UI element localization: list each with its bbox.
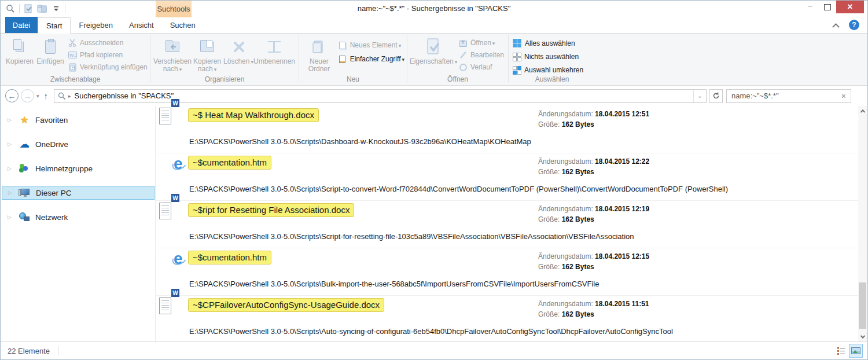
breadcrumb-arrow-icon[interactable]: ▸ xyxy=(68,93,71,99)
file-size: 162 Bytes xyxy=(562,120,594,128)
ribbon-group-select: Alles auswählen Nichts auswählen Auswahl… xyxy=(509,34,595,85)
close-button[interactable] xyxy=(836,1,864,13)
thumbnail-view-button[interactable] xyxy=(849,344,863,358)
history-button[interactable]: Verlauf xyxy=(458,63,504,72)
vertical-scrollbar[interactable] xyxy=(858,106,867,341)
breadcrumb[interactable]: Suchergebnisse in "SPACKS" xyxy=(75,91,174,100)
select-all-icon xyxy=(512,38,522,48)
expander-icon[interactable]: ▷ xyxy=(8,141,13,147)
sidebar-item-netzwerk[interactable]: ▷ Netzwerk xyxy=(2,210,155,224)
search-box: × xyxy=(726,89,851,103)
file-row[interactable]: W ~$ Heat Map Walkthrough.docx Änderungs… xyxy=(156,106,858,153)
new-item-icon xyxy=(338,41,347,50)
search-input[interactable] xyxy=(727,91,831,100)
properties-button[interactable]: Eigenschaften xyxy=(411,36,456,67)
ribbon: Kopieren Einfügen Ausschneiden W.. Pfad xyxy=(1,34,867,86)
file-name[interactable]: ~$ Heat Map Walkthrough.docx xyxy=(188,108,319,122)
copy-path-button[interactable]: W.. Pfad kopieren xyxy=(68,50,148,60)
copy-to-button[interactable]: Kopieren nach xyxy=(191,36,223,75)
recent-locations-icon[interactable]: ▾ xyxy=(36,93,39,99)
scroll-up-icon[interactable] xyxy=(858,106,867,116)
open-button[interactable]: Öffnen xyxy=(458,38,504,47)
address-bar-row: ← → ▾ ↑ ▸ Suchergebnisse in "SPACKS" ⌄ × xyxy=(1,86,867,106)
file-details: Änderungsdatum: 18.04.2015 12:15 Größe: … xyxy=(538,251,649,272)
collapse-ribbon-icon[interactable] xyxy=(832,21,840,29)
sidebar-item-favoriten[interactable]: ▷ Favoriten xyxy=(2,113,155,127)
status-bar: 22 Elemente xyxy=(1,341,867,359)
paste-shortcut-button[interactable]: Verknüpfung einfügen xyxy=(68,63,148,72)
file-row[interactable]: W ~$CPFailoverAutoConfigSync-UsageGuide.… xyxy=(156,296,858,343)
file-row[interactable]: e ~$cumentation.htm Änderungsdatum: 18.0… xyxy=(156,248,858,296)
sidebar-item-heimnetzgruppe[interactable]: ▷ Heimnetzgruppe xyxy=(2,161,155,175)
refresh-button[interactable] xyxy=(709,89,723,103)
file-date: 18.04.2015 11:51 xyxy=(595,300,649,308)
scissors-icon xyxy=(68,38,77,47)
ribbon-group-organize: Verschieben nach Kopieren nach Löschen U… xyxy=(150,34,299,85)
file-name[interactable]: ~$ript for Resetting File Association.do… xyxy=(188,203,354,217)
select-none-button[interactable]: Nichts auswählen xyxy=(512,52,579,61)
copy-icon xyxy=(10,37,30,57)
scrollbar-thumb[interactable] xyxy=(859,282,866,329)
contextual-tab-suchtools[interactable]: Suchtools xyxy=(156,1,192,17)
sidebar-item-dieser-pc[interactable]: ▷ Dieser PC xyxy=(2,186,155,200)
copy-button[interactable]: Kopieren xyxy=(4,36,35,67)
rename-button[interactable]: Umbenennen xyxy=(253,36,295,67)
help-icon[interactable] xyxy=(849,20,859,30)
file-name[interactable]: ~$cumentation.htm xyxy=(188,251,271,265)
expander-icon[interactable]: ▷ xyxy=(8,190,14,196)
file-size: 162 Bytes xyxy=(562,263,594,271)
invert-selection-icon xyxy=(512,65,521,75)
file-path: E:\SPACKS\PowerShell 3.0-5.0\Scripts\Bul… xyxy=(189,280,599,288)
favorites-star-icon xyxy=(18,115,31,125)
up-button[interactable]: ↑ xyxy=(44,91,49,101)
move-to-icon xyxy=(163,37,182,57)
sidebar-item-onedrive[interactable]: ▷ OneDrive xyxy=(2,137,155,151)
easy-access-button[interactable]: Einfacher Zugriff xyxy=(338,54,404,64)
tab-suchen[interactable]: Suchen xyxy=(162,17,204,33)
title-bar: name:~"~$*.*" - Suchergebnisse in "SPACK… xyxy=(1,1,867,17)
details-view-button[interactable] xyxy=(834,344,848,358)
maximize-button[interactable] xyxy=(819,1,836,13)
clear-search-icon[interactable]: × xyxy=(841,91,846,101)
open-icon xyxy=(458,38,468,47)
select-all-button[interactable]: Alles auswählen xyxy=(512,38,575,48)
address-dropdown-icon[interactable]: ⌄ xyxy=(693,90,706,102)
move-to-button[interactable]: Verschieben nach xyxy=(154,36,191,75)
tab-datei[interactable]: Datei xyxy=(5,17,38,33)
file-row[interactable]: e ~$cumentation.htm Änderungsdatum: 18.0… xyxy=(156,153,858,201)
expander-icon[interactable]: ▷ xyxy=(8,214,13,220)
shortcut-icon xyxy=(68,63,77,72)
invert-selection-button[interactable]: Auswahl umkehren xyxy=(512,65,583,75)
expander-icon[interactable]: ▷ xyxy=(8,166,13,171)
tab-freigeben[interactable]: Freigeben xyxy=(71,17,121,33)
this-pc-icon xyxy=(19,188,31,198)
file-path: E:\SPACKS\PowerShell 3.0-5.0\Scripts\Das… xyxy=(189,137,531,146)
paste-icon xyxy=(41,37,60,57)
scroll-down-icon[interactable] xyxy=(858,332,867,341)
back-button[interactable]: ← xyxy=(5,89,19,102)
tab-start[interactable]: Start xyxy=(38,17,71,34)
new-folder-button[interactable]: Neuer Ordner xyxy=(303,36,336,74)
minimize-button[interactable] xyxy=(801,1,819,13)
paste-button[interactable]: Einfügen xyxy=(35,36,65,67)
easy-access-icon xyxy=(338,54,347,64)
tab-ansicht[interactable]: Ansicht xyxy=(121,17,162,33)
select-none-icon xyxy=(512,52,521,61)
file-row[interactable]: W ~$ript for Resetting File Association.… xyxy=(156,201,858,248)
edit-button[interactable]: Bearbeiten xyxy=(458,50,504,60)
status-divider xyxy=(58,346,58,355)
details-view-icon xyxy=(837,347,845,355)
file-name[interactable]: ~$CPFailoverAutoConfigSync-UsageGuide.do… xyxy=(188,298,384,312)
cut-button[interactable]: Ausschneiden xyxy=(68,38,148,47)
file-details: Änderungsdatum: 18.04.2015 11:51 Größe: … xyxy=(538,299,649,319)
delete-button[interactable]: Löschen xyxy=(223,36,253,67)
explorer-window: name:~"~$*.*" - Suchergebnisse in "SPACK… xyxy=(0,0,868,360)
window-title: name:~"~$*.*" - Suchergebnisse in "SPACK… xyxy=(1,4,867,13)
new-item-button[interactable]: Neues Element xyxy=(338,41,404,50)
file-name[interactable]: ~$cumentation.htm xyxy=(188,156,271,170)
forward-button[interactable]: → xyxy=(21,89,34,102)
address-bar[interactable]: ▸ Suchergebnisse in "SPACKS" ⌄ xyxy=(54,89,707,103)
file-details: Änderungsdatum: 18.04.2015 12:19 Größe: … xyxy=(538,204,649,225)
expander-icon[interactable]: ▷ xyxy=(8,117,13,123)
file-details: Änderungsdatum: 18.04.2015 12:22 Größe: … xyxy=(538,156,649,177)
